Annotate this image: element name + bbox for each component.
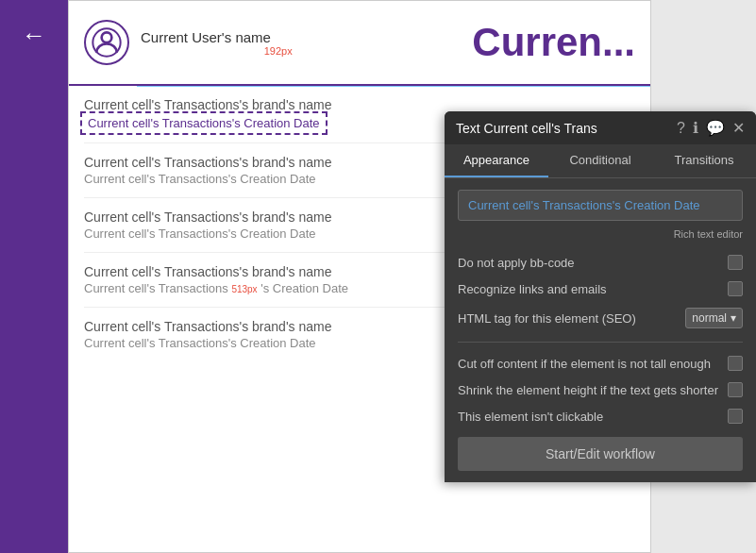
panel-icons: ? ℹ 💬 ✕: [677, 119, 745, 137]
help-icon[interactable]: ?: [677, 120, 685, 137]
toggle-label-clickable: This element isn't clickable: [458, 410, 603, 424]
dim-indicator: 513px: [231, 284, 257, 294]
right-panel: Text Current cell's Trans ? ℹ 💬 ✕ Appear…: [445, 111, 756, 482]
toggle-row-cutoff: Cut off content if the element is not ta…: [458, 350, 743, 377]
workflow-button[interactable]: Start/Edit workflow: [458, 437, 743, 471]
html-tag-label: HTML tag for this element (SEO): [458, 311, 685, 326]
html-tag-value: normal: [692, 311, 727, 325]
header-row: Current User's name 192px Curren...: [69, 1, 650, 86]
avatar: [84, 20, 129, 65]
tab-conditional[interactable]: Conditional: [548, 144, 652, 177]
toggle-shrink-checkbox[interactable]: [728, 382, 743, 397]
back-button[interactable]: ←: [0, 0, 68, 553]
panel-title: Text Current cell's Trans: [456, 121, 677, 136]
toggle-bbcode-checkbox[interactable]: [728, 255, 743, 270]
toggle-row-links: Recognize links and emails: [458, 276, 743, 302]
preview-text: Current cell's Transactions's Creation D…: [468, 198, 700, 212]
dimension-label: 192px: [141, 45, 415, 57]
toggle-row-bbcode: Do not apply bb-code: [458, 249, 743, 276]
toggle-label-bbcode: Do not apply bb-code: [458, 256, 575, 270]
toggle-row-clickable: This element isn't clickable: [458, 403, 743, 429]
toggle-label-cutoff: Cut off content if the element is not ta…: [458, 357, 711, 371]
large-title: Curren...: [472, 20, 635, 65]
tab-appearance[interactable]: Appearance: [445, 144, 548, 177]
creation-date: Current cell's Transactions's Creation D…: [84, 115, 324, 131]
brand-name: Current cell's Transactions's brand's na…: [84, 97, 635, 112]
user-info: Current User's name 192px: [141, 29, 415, 57]
html-tag-row: HTML tag for this element (SEO) normal ▾: [458, 302, 743, 334]
close-icon[interactable]: ✕: [732, 119, 745, 137]
svg-point-0: [102, 32, 112, 42]
panel-content: Current cell's Transactions's Creation D…: [445, 178, 756, 482]
toggle-label-shrink: Shrink the element height if the text ge…: [458, 383, 718, 397]
html-tag-select[interactable]: normal ▾: [685, 308, 743, 328]
toggle-clickable-checkbox[interactable]: [728, 409, 743, 424]
panel-tabs: Appearance Conditional Transitions: [445, 144, 756, 178]
toggle-label-links: Recognize links and emails: [458, 282, 607, 296]
rich-text-label: Rich text editor: [458, 228, 743, 240]
tab-transitions[interactable]: Transitions: [652, 144, 756, 177]
user-name-label: Current User's name: [141, 29, 415, 45]
chevron-down-icon: ▾: [731, 311, 736, 325]
panel-header: Text Current cell's Trans ? ℹ 💬 ✕: [445, 111, 756, 144]
info-icon[interactable]: ℹ: [693, 119, 698, 137]
toggle-links-checkbox[interactable]: [728, 281, 743, 296]
rich-text-preview[interactable]: Current cell's Transactions's Creation D…: [458, 190, 743, 221]
chat-icon[interactable]: 💬: [706, 119, 725, 137]
toggle-cutoff-checkbox[interactable]: [728, 356, 743, 371]
panel-divider: [458, 342, 743, 343]
back-arrow-icon[interactable]: ←: [22, 21, 46, 50]
toggle-row-shrink: Shrink the element height if the text ge…: [458, 377, 743, 403]
